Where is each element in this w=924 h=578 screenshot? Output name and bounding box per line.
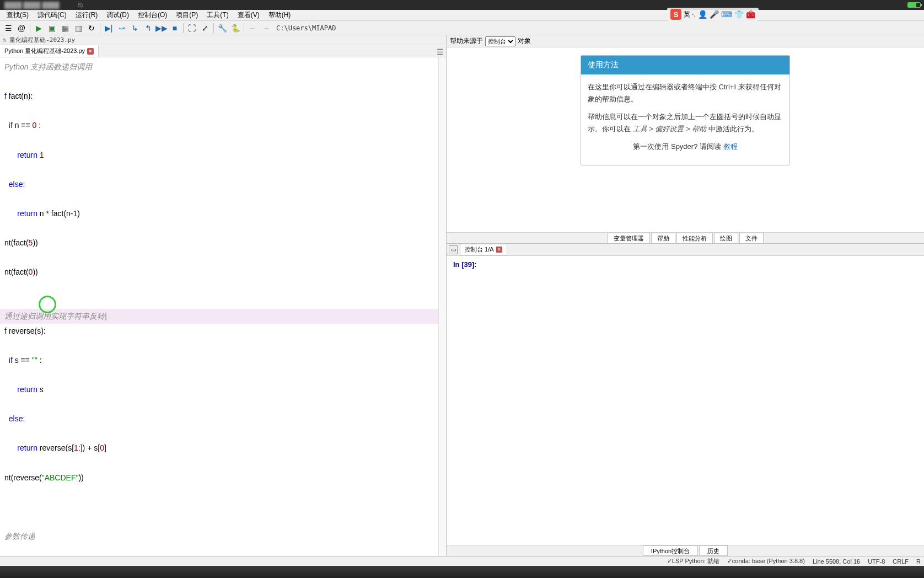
code-line[interactable]: 通过递归调用实现字符串反转| <box>0 309 446 324</box>
code-line[interactable] <box>0 295 446 309</box>
tab-ipython[interactable]: IPython控制台 <box>643 545 698 556</box>
help-source-select[interactable]: 控制台 <box>485 36 515 46</box>
run-icon[interactable]: ▶ <box>33 22 45 34</box>
code-line[interactable] <box>0 338 446 353</box>
tab-menu-icon[interactable]: ☰ <box>437 47 444 56</box>
code-line[interactable] <box>0 221 446 236</box>
code-line[interactable]: nt(fact(5)) <box>0 236 446 250</box>
help-p1: 在这里你可以通过在编辑器或者终端中按 Ctrl+I 来获得任何对象的帮助信息。 <box>588 81 783 105</box>
editor-tab[interactable]: Python 量化编程基础-2023.py ✕ <box>0 45 99 57</box>
code-line[interactable] <box>0 162 446 177</box>
fullscreen-icon[interactable]: ⤢ <box>199 22 211 34</box>
menu-source[interactable]: 源代码(C) <box>33 9 71 21</box>
code-line[interactable]: f reverse(s): <box>0 324 446 339</box>
code-line[interactable]: else: <box>0 411 446 426</box>
code-line[interactable]: return n * fact(n-1) <box>0 206 446 221</box>
outline-icon[interactable]: ☰ <box>2 22 14 34</box>
code-line[interactable] <box>0 426 446 441</box>
code-line[interactable]: return 1 <box>0 148 446 163</box>
menu-find[interactable]: 查找(S) <box>2 9 33 21</box>
code-line[interactable]: return reverse(s[1:]) + s[0] <box>0 441 446 456</box>
status-encoding[interactable]: UTF-8 <box>868 558 885 565</box>
status-lsp[interactable]: ✓LSP Python: 就绪 <box>667 557 719 565</box>
status-conda[interactable]: ✓conda: base (Python 3.8.8) <box>727 558 805 565</box>
menu-run[interactable]: 运行(R) <box>71 9 103 21</box>
os-taskbar[interactable] <box>0 566 924 578</box>
console-prompt: In [39]: <box>453 260 477 269</box>
menu-help[interactable]: 帮助(H) <box>264 9 296 21</box>
console-tab[interactable]: 控制台 1/A ✕ <box>460 244 507 255</box>
code-line[interactable]: nt(fact(0)) <box>0 265 446 280</box>
close-icon[interactable]: ✕ <box>496 247 502 253</box>
code-line[interactable] <box>0 104 446 119</box>
code-line[interactable]: nt(reverse("ABCDEF")) <box>0 470 446 485</box>
code-line[interactable] <box>0 74 446 89</box>
back-icon[interactable]: ← <box>246 22 259 34</box>
code-line[interactable] <box>0 133 446 148</box>
menu-console[interactable]: 控制台(O) <box>133 9 171 21</box>
code-line[interactable] <box>0 485 446 500</box>
code-line[interactable] <box>0 280 446 295</box>
console-body[interactable]: In [39]: <box>447 256 924 545</box>
console-browse-icon[interactable]: ▭ <box>449 245 458 254</box>
code-editor[interactable]: Python 支持函数递归调用 f fact(n): if n == 0 : r… <box>0 57 446 556</box>
code-line[interactable]: Python 支持函数递归调用 <box>0 60 446 74</box>
code-line[interactable]: else: <box>0 177 446 192</box>
editor-scrollbar[interactable] <box>438 57 446 556</box>
ime-toolbar[interactable]: S 英 ·, 👤 🎤 ⌨ 👕 🧰 <box>667 8 759 21</box>
code-line[interactable]: f fact(n): <box>0 89 446 104</box>
code-line[interactable] <box>0 456 446 470</box>
tab-profiler[interactable]: 性能分析 <box>676 233 713 243</box>
code-line[interactable] <box>0 191 446 206</box>
sogou-icon[interactable]: S <box>670 9 681 20</box>
tab-variables[interactable]: 变量管理器 <box>608 233 650 243</box>
code-line[interactable]: if n == 0 : <box>0 118 446 133</box>
skin-icon[interactable]: 👕 <box>734 10 744 19</box>
mic-icon[interactable]: 🎤 <box>710 10 719 19</box>
status-rw[interactable]: R <box>916 558 921 565</box>
user-icon[interactable]: 👤 <box>698 10 707 19</box>
tutorial-link[interactable]: 教程 <box>723 142 738 151</box>
close-icon[interactable]: ✕ <box>87 48 94 55</box>
toolbox-icon[interactable]: 🧰 <box>746 10 755 19</box>
ime-lang[interactable]: 英 ·, <box>684 10 696 19</box>
preferences-icon[interactable]: 🔧 <box>216 22 228 34</box>
menu-tools[interactable]: 工具(T) <box>202 9 233 21</box>
python-path-icon[interactable]: 🐍 <box>229 22 241 34</box>
tab-files[interactable]: 文件 <box>739 233 764 243</box>
keyboard-icon[interactable]: ⌨ <box>721 10 732 19</box>
code-line[interactable]: if s == "" : <box>0 353 446 368</box>
status-eol[interactable]: CRLF <box>893 558 909 565</box>
code-line[interactable] <box>0 544 446 556</box>
code-line[interactable] <box>0 250 446 265</box>
at-icon[interactable]: @ <box>15 22 28 34</box>
maximize-icon[interactable]: ⛶ <box>186 22 198 34</box>
menu-debug[interactable]: 调试(D) <box>102 9 133 21</box>
step-over-icon[interactable]: ⤻ <box>116 22 128 34</box>
code-line[interactable]: 参数传递 <box>0 529 446 544</box>
step-in-icon[interactable]: ↳ <box>129 22 141 34</box>
code-line[interactable] <box>0 367 446 382</box>
forward-icon[interactable]: → <box>260 22 272 34</box>
battery-icon <box>907 2 921 8</box>
code-line[interactable] <box>0 397 446 412</box>
code-line[interactable]: return s <box>0 382 446 397</box>
run-cell-advance-icon[interactable]: ▦ <box>59 22 71 34</box>
working-dir[interactable]: C:\Users\MIAPAD <box>276 24 336 32</box>
tab-help[interactable]: 帮助 <box>651 233 675 243</box>
code-line[interactable] <box>0 514 446 529</box>
help-p2: 帮助信息可以在一个对象之后加上一个左圆括号的时候自动显示。你可以在 工具 > 偏… <box>588 111 783 135</box>
status-cursor[interactable]: Line 5508, Col 16 <box>813 558 860 565</box>
tab-history[interactable]: 历史 <box>699 545 728 556</box>
step-out-icon[interactable]: ↰ <box>142 22 154 34</box>
code-line[interactable] <box>0 500 446 515</box>
run-selection-icon[interactable]: ▥ <box>72 22 84 34</box>
debug-icon[interactable]: ▶| <box>103 22 115 34</box>
rerun-icon[interactable]: ↻ <box>85 22 98 34</box>
run-cell-icon[interactable]: ▣ <box>46 22 58 34</box>
stop-debug-icon[interactable]: ■ <box>169 22 181 34</box>
menu-view[interactable]: 查看(V) <box>233 9 264 21</box>
continue-icon[interactable]: ▶▶ <box>155 22 168 34</box>
tab-plots[interactable]: 绘图 <box>714 233 738 243</box>
menu-project[interactable]: 项目(P) <box>171 9 202 21</box>
